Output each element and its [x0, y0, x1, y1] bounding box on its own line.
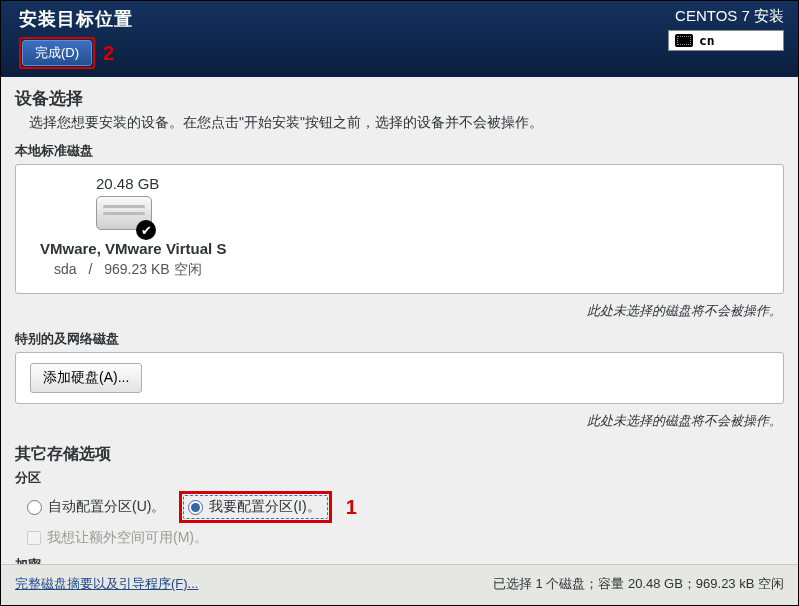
keyboard-layout-code: cn	[699, 33, 715, 48]
hard-drive-icon: ✔	[96, 196, 154, 236]
encryption-label: 加密	[15, 556, 784, 564]
disk-size: 20.48 GB	[34, 175, 765, 192]
annotation-box-manual: 我要配置分区(I)。	[179, 491, 331, 523]
keyboard-icon	[675, 34, 693, 47]
network-disks-heading: 特别的及网络磁盘	[15, 330, 784, 348]
radio-manual-label: 我要配置分区(I)。	[209, 498, 320, 516]
add-disk-button[interactable]: 添加硬盘(A)...	[30, 363, 142, 393]
radio-auto-partition[interactable]: 自动配置分区(U)。	[27, 498, 165, 516]
annotation-box-done: 完成(D)	[19, 37, 95, 69]
annotation-number-1: 1	[346, 496, 357, 519]
page-title: 安装目标位置	[19, 7, 133, 31]
partitioning-label: 分区	[15, 469, 784, 487]
device-selection-description: 选择您想要安装的设备。在您点击"开始安装"按钮之前，选择的设备并不会被操作。	[29, 114, 784, 132]
disk-model: VMware, VMware Virtual S	[34, 240, 765, 257]
unselected-note-2: 此处未选择的磁盘将不会被操作。	[15, 412, 782, 430]
extra-space-label: 我想让额外空间可用(M)。	[47, 529, 208, 547]
disk-summary-link[interactable]: 完整磁盘摘要以及引导程序(F)...	[15, 575, 198, 593]
local-disk-panel: 20.48 GB ✔ VMware, VMware Virtual S sda …	[15, 164, 784, 294]
other-storage-heading: 其它存储选项	[15, 444, 784, 465]
radio-auto-label: 自动配置分区(U)。	[48, 498, 165, 516]
check-icon: ✔	[136, 220, 156, 240]
disk-item[interactable]: 20.48 GB ✔ VMware, VMware Virtual S sda …	[34, 175, 765, 279]
keyboard-layout-indicator[interactable]: cn	[668, 30, 784, 51]
header-bar: 安装目标位置 完成(D) 2 CENTOS 7 安装 cn	[1, 1, 798, 77]
radio-auto-input[interactable]	[27, 500, 42, 515]
installer-title: CENTOS 7 安装	[675, 7, 784, 26]
annotation-number-2: 2	[103, 42, 114, 65]
disk-free: 969.23 KB 空闲	[104, 261, 201, 277]
disk-dev: sda	[54, 261, 77, 277]
extra-space-checkbox: 我想让额外空间可用(M)。	[15, 529, 208, 547]
unselected-note-1: 此处未选择的磁盘将不会被操作。	[15, 302, 782, 320]
device-selection-heading: 设备选择	[15, 87, 784, 110]
selection-status: 已选择 1 个磁盘；容量 20.48 GB；969.23 kB 空闲	[493, 575, 784, 593]
radio-manual-partition[interactable]: 我要配置分区(I)。	[183, 495, 327, 519]
radio-manual-input[interactable]	[188, 500, 203, 515]
footer-bar: 完整磁盘摘要以及引导程序(F)... 已选择 1 个磁盘；容量 20.48 GB…	[1, 564, 798, 605]
disk-details: sda / 969.23 KB 空闲	[34, 261, 765, 279]
local-disks-heading: 本地标准磁盘	[15, 142, 784, 160]
network-disk-panel: 添加硬盘(A)...	[15, 352, 784, 404]
extra-space-input	[27, 531, 41, 545]
done-button[interactable]: 完成(D)	[22, 40, 92, 66]
